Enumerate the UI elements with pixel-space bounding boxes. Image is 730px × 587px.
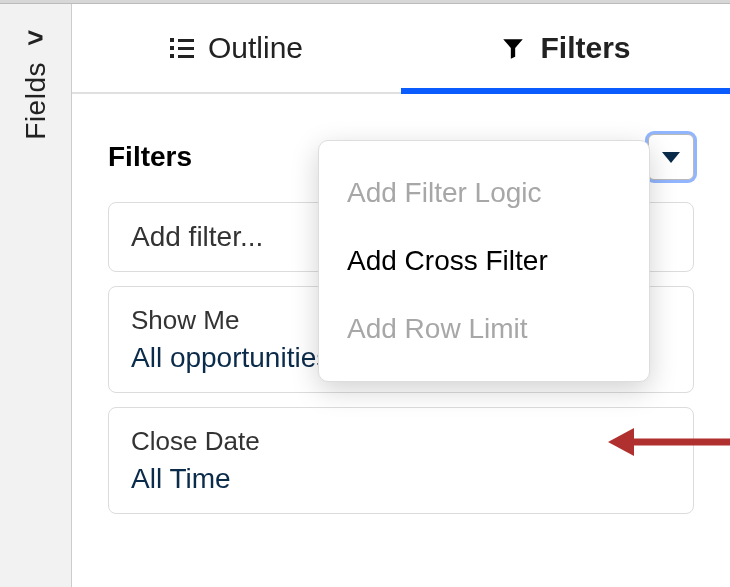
filters-panel-title: Filters [108, 141, 192, 173]
tab-filters-label: Filters [540, 31, 630, 65]
filters-panel: Filters Add Filter Logic Add Cross Filte… [72, 94, 730, 514]
tab-outline[interactable]: Outline [72, 4, 401, 92]
tabbar: Outline Filters [72, 4, 730, 94]
fields-rail-label: Fields [20, 62, 52, 140]
filter-card-value: All Time [131, 463, 671, 495]
filters-panel-header: Filters Add Filter Logic Add Cross Filte… [108, 134, 694, 180]
expand-rail-chevron-icon[interactable]: > [27, 24, 43, 52]
filters-dropdown-menu: Add Filter Logic Add Cross Filter Add Ro… [318, 140, 650, 382]
filter-card-label: Close Date [131, 426, 671, 457]
fields-rail[interactable]: > Fields [0, 4, 72, 587]
menu-item-add-cross-filter[interactable]: Add Cross Filter [319, 227, 649, 295]
menu-item-add-filter-logic: Add Filter Logic [319, 159, 649, 227]
filters-menu-toggle[interactable] [648, 134, 694, 180]
menu-item-add-row-limit: Add Row Limit [319, 295, 649, 363]
funnel-icon [500, 35, 526, 61]
outline-icon [170, 36, 194, 60]
filter-card-close-date[interactable]: Close Date All Time [108, 407, 694, 514]
main-panel: Outline Filters Filters Add Filter Logic… [72, 4, 730, 587]
tab-filters[interactable]: Filters [401, 4, 730, 92]
tab-outline-label: Outline [208, 31, 303, 65]
caret-down-icon [662, 152, 680, 163]
